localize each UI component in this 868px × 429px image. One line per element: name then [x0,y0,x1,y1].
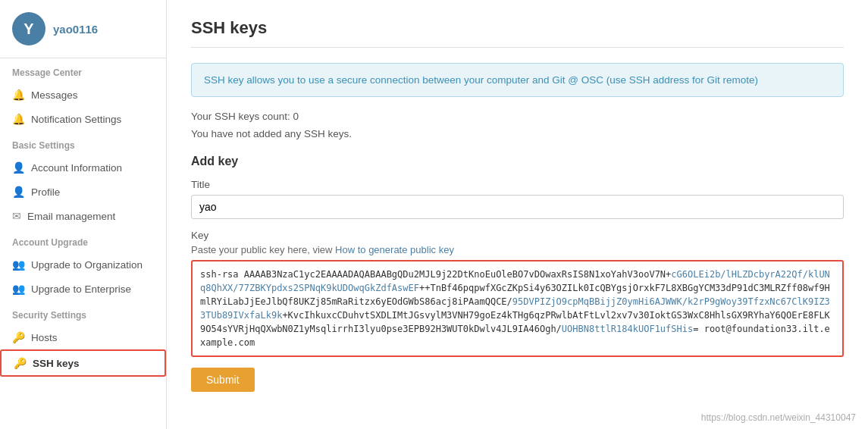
info-box: SSH key allows you to use a secure conne… [191,63,844,97]
sidebar-item-hosts[interactable]: 🔑 Hosts [0,325,166,349]
sidebar-item-notification-settings[interactable]: 🔔 Notification Settings [0,107,166,131]
sidebar-item-label: Messages [31,89,78,101]
security-settings-title: Security Settings [0,301,166,325]
sidebar: Y yao0116 Message Center 🔔 Messages 🔔 No… [0,0,167,429]
email-icon: ✉ [12,210,21,222]
account-upgrade-title: Account Upgrade [0,228,166,252]
main-content: SSH keys SSH key allows you to use a sec… [167,0,868,410]
key-hint-prefix: Paste your public key here, view [191,244,332,255]
sidebar-item-upgrade-organization[interactable]: 👥 Upgrade to Organization [0,252,166,277]
sidebar-item-label: SSH keys [33,358,80,369]
key-hint: Paste your public key here, view How to … [191,244,844,255]
title-input[interactable] [191,195,844,219]
person-icon-2: 👤 [12,186,25,198]
sidebar-item-upgrade-enterprise[interactable]: 👥 Upgrade to Enterprise [0,277,166,301]
key-icon: 🔑 [12,331,25,343]
key-link-3[interactable]: UOHBN8ttlR184kUOF1ufSHis [562,324,693,334]
ssh-count-value: 0 [293,111,299,122]
sidebar-item-label: Profile [31,186,60,198]
key-link-2[interactable]: 95DVPIZjO9cpMqBBijjZ0ymHi6AJWWK/k2rP9gWo… [200,296,830,321]
key-textarea-wrapper: ssh-rsa AAAAB3NzaC1yc2EAAAADAQABAABgQDu2… [191,260,844,357]
sidebar-item-messages[interactable]: 🔔 Messages [0,83,166,107]
main-content-wrapper: SSH keys SSH key allows you to use a sec… [167,0,868,429]
basic-settings-title: Basic Settings [0,131,166,155]
key-link-1[interactable]: cG6OLEi2b/lHLZDcbyrA22Qf/klUNq8QhXX/77ZB… [200,269,830,293]
key-icon-2: 🔑 [14,357,27,369]
sidebar-item-label: Hosts [31,332,58,343]
username: yao0116 [53,23,98,36]
page-title: SSH keys [191,18,844,48]
footer-url: https://blog.csdn.net/weixin_44310047 [701,412,856,423]
sidebar-item-label: Upgrade to Enterprise [31,283,131,295]
bell-icon: 🔔 [12,89,25,101]
key-hint-link[interactable]: How to generate public key [335,244,454,255]
sidebar-item-account-information[interactable]: 👤 Account Information [0,155,166,180]
group-icon-2: 👥 [12,283,25,295]
ssh-count-label: Your SSH keys count: [191,111,290,122]
no-keys-message: You have not added any SSH keys. [191,128,844,139]
title-label: Title [191,179,844,190]
sidebar-item-profile[interactable]: 👤 Profile [0,180,166,204]
sidebar-item-label: Notification Settings [31,114,121,125]
key-content: ssh-rsa AAAAB3NzaC1yc2EAAAADAQABAABgQDu2… [193,261,842,355]
ssh-count: Your SSH keys count: 0 [191,111,844,122]
sidebar-item-email-management[interactable]: ✉ Email management [0,204,166,228]
add-key-title: Add key [191,155,844,168]
sidebar-item-label: Account Information [31,162,122,174]
bell-icon-2: 🔔 [12,113,25,125]
person-icon: 👤 [12,161,25,174]
submit-button[interactable]: Submit [191,368,255,392]
sidebar-item-ssh-keys[interactable]: 🔑 SSH keys [0,349,166,377]
group-icon: 👥 [12,258,25,271]
user-profile-section[interactable]: Y yao0116 [0,0,166,58]
key-label: Key [191,230,844,241]
avatar: Y [12,12,45,45]
sidebar-item-label: Email management [27,211,115,222]
sidebar-item-label: Upgrade to Organization [31,259,143,271]
message-center-title: Message Center [0,58,166,83]
